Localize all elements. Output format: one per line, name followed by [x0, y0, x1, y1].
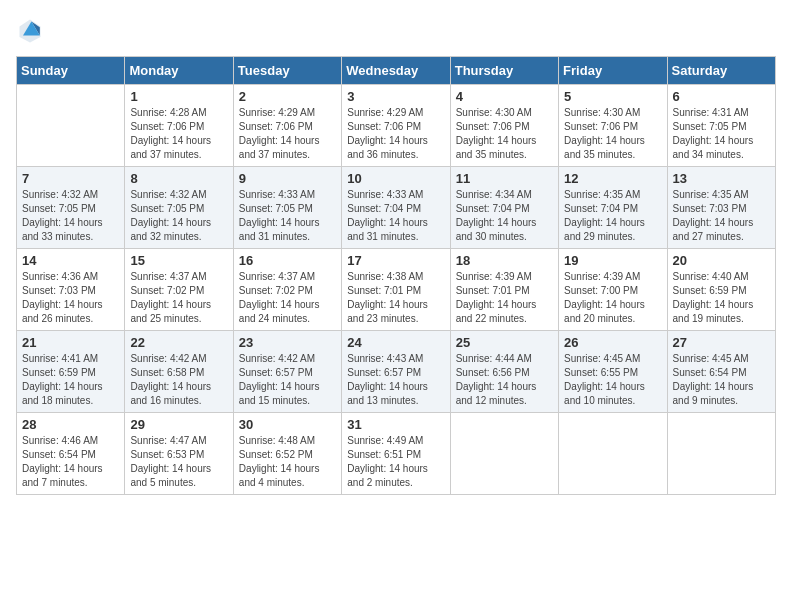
- day-number: 4: [456, 89, 553, 104]
- weekday-header-thursday: Thursday: [450, 57, 558, 85]
- day-number: 16: [239, 253, 336, 268]
- calendar-cell: 5Sunrise: 4:30 AM Sunset: 7:06 PM Daylig…: [559, 85, 667, 167]
- calendar-cell: 24Sunrise: 4:43 AM Sunset: 6:57 PM Dayli…: [342, 331, 450, 413]
- day-number: 19: [564, 253, 661, 268]
- cell-details: Sunrise: 4:30 AM Sunset: 7:06 PM Dayligh…: [564, 106, 661, 162]
- cell-details: Sunrise: 4:35 AM Sunset: 7:03 PM Dayligh…: [673, 188, 770, 244]
- calendar-cell: 30Sunrise: 4:48 AM Sunset: 6:52 PM Dayli…: [233, 413, 341, 495]
- calendar-cell: 25Sunrise: 4:44 AM Sunset: 6:56 PM Dayli…: [450, 331, 558, 413]
- calendar-table: SundayMondayTuesdayWednesdayThursdayFrid…: [16, 56, 776, 495]
- day-number: 25: [456, 335, 553, 350]
- calendar-cell: 21Sunrise: 4:41 AM Sunset: 6:59 PM Dayli…: [17, 331, 125, 413]
- cell-details: Sunrise: 4:39 AM Sunset: 7:01 PM Dayligh…: [456, 270, 553, 326]
- calendar-cell: 23Sunrise: 4:42 AM Sunset: 6:57 PM Dayli…: [233, 331, 341, 413]
- day-number: 6: [673, 89, 770, 104]
- day-number: 21: [22, 335, 119, 350]
- day-number: 13: [673, 171, 770, 186]
- cell-details: Sunrise: 4:29 AM Sunset: 7:06 PM Dayligh…: [347, 106, 444, 162]
- cell-details: Sunrise: 4:30 AM Sunset: 7:06 PM Dayligh…: [456, 106, 553, 162]
- weekday-header-tuesday: Tuesday: [233, 57, 341, 85]
- calendar-cell: 16Sunrise: 4:37 AM Sunset: 7:02 PM Dayli…: [233, 249, 341, 331]
- calendar-cell: 13Sunrise: 4:35 AM Sunset: 7:03 PM Dayli…: [667, 167, 775, 249]
- day-number: 11: [456, 171, 553, 186]
- calendar-cell: 9Sunrise: 4:33 AM Sunset: 7:05 PM Daylig…: [233, 167, 341, 249]
- cell-details: Sunrise: 4:49 AM Sunset: 6:51 PM Dayligh…: [347, 434, 444, 490]
- day-number: 2: [239, 89, 336, 104]
- calendar-week-row: 28Sunrise: 4:46 AM Sunset: 6:54 PM Dayli…: [17, 413, 776, 495]
- cell-details: Sunrise: 4:44 AM Sunset: 6:56 PM Dayligh…: [456, 352, 553, 408]
- day-number: 26: [564, 335, 661, 350]
- calendar-header-row: SundayMondayTuesdayWednesdayThursdayFrid…: [17, 57, 776, 85]
- day-number: 20: [673, 253, 770, 268]
- calendar-week-row: 7Sunrise: 4:32 AM Sunset: 7:05 PM Daylig…: [17, 167, 776, 249]
- cell-details: Sunrise: 4:45 AM Sunset: 6:54 PM Dayligh…: [673, 352, 770, 408]
- cell-details: Sunrise: 4:33 AM Sunset: 7:05 PM Dayligh…: [239, 188, 336, 244]
- cell-details: Sunrise: 4:37 AM Sunset: 7:02 PM Dayligh…: [239, 270, 336, 326]
- cell-details: Sunrise: 4:39 AM Sunset: 7:00 PM Dayligh…: [564, 270, 661, 326]
- day-number: 31: [347, 417, 444, 432]
- calendar-body: 1Sunrise: 4:28 AM Sunset: 7:06 PM Daylig…: [17, 85, 776, 495]
- calendar-cell: 27Sunrise: 4:45 AM Sunset: 6:54 PM Dayli…: [667, 331, 775, 413]
- day-number: 15: [130, 253, 227, 268]
- day-number: 22: [130, 335, 227, 350]
- day-number: 28: [22, 417, 119, 432]
- day-number: 18: [456, 253, 553, 268]
- weekday-header-sunday: Sunday: [17, 57, 125, 85]
- cell-details: Sunrise: 4:33 AM Sunset: 7:04 PM Dayligh…: [347, 188, 444, 244]
- calendar-cell: 2Sunrise: 4:29 AM Sunset: 7:06 PM Daylig…: [233, 85, 341, 167]
- day-number: 1: [130, 89, 227, 104]
- calendar-cell: 31Sunrise: 4:49 AM Sunset: 6:51 PM Dayli…: [342, 413, 450, 495]
- cell-details: Sunrise: 4:37 AM Sunset: 7:02 PM Dayligh…: [130, 270, 227, 326]
- page-header: [16, 16, 776, 44]
- day-number: 5: [564, 89, 661, 104]
- calendar-cell: 17Sunrise: 4:38 AM Sunset: 7:01 PM Dayli…: [342, 249, 450, 331]
- calendar-cell: [17, 85, 125, 167]
- logo-icon: [16, 16, 44, 44]
- calendar-cell: 22Sunrise: 4:42 AM Sunset: 6:58 PM Dayli…: [125, 331, 233, 413]
- calendar-cell: 19Sunrise: 4:39 AM Sunset: 7:00 PM Dayli…: [559, 249, 667, 331]
- cell-details: Sunrise: 4:43 AM Sunset: 6:57 PM Dayligh…: [347, 352, 444, 408]
- weekday-header-saturday: Saturday: [667, 57, 775, 85]
- day-number: 10: [347, 171, 444, 186]
- cell-details: Sunrise: 4:28 AM Sunset: 7:06 PM Dayligh…: [130, 106, 227, 162]
- calendar-cell: [559, 413, 667, 495]
- cell-details: Sunrise: 4:46 AM Sunset: 6:54 PM Dayligh…: [22, 434, 119, 490]
- cell-details: Sunrise: 4:47 AM Sunset: 6:53 PM Dayligh…: [130, 434, 227, 490]
- calendar-cell: 6Sunrise: 4:31 AM Sunset: 7:05 PM Daylig…: [667, 85, 775, 167]
- cell-details: Sunrise: 4:36 AM Sunset: 7:03 PM Dayligh…: [22, 270, 119, 326]
- cell-details: Sunrise: 4:42 AM Sunset: 6:57 PM Dayligh…: [239, 352, 336, 408]
- cell-details: Sunrise: 4:38 AM Sunset: 7:01 PM Dayligh…: [347, 270, 444, 326]
- calendar-cell: 10Sunrise: 4:33 AM Sunset: 7:04 PM Dayli…: [342, 167, 450, 249]
- day-number: 24: [347, 335, 444, 350]
- cell-details: Sunrise: 4:45 AM Sunset: 6:55 PM Dayligh…: [564, 352, 661, 408]
- calendar-week-row: 1Sunrise: 4:28 AM Sunset: 7:06 PM Daylig…: [17, 85, 776, 167]
- calendar-cell: 4Sunrise: 4:30 AM Sunset: 7:06 PM Daylig…: [450, 85, 558, 167]
- weekday-header-friday: Friday: [559, 57, 667, 85]
- cell-details: Sunrise: 4:42 AM Sunset: 6:58 PM Dayligh…: [130, 352, 227, 408]
- cell-details: Sunrise: 4:34 AM Sunset: 7:04 PM Dayligh…: [456, 188, 553, 244]
- day-number: 9: [239, 171, 336, 186]
- day-number: 27: [673, 335, 770, 350]
- logo: [16, 16, 48, 44]
- day-number: 17: [347, 253, 444, 268]
- calendar-week-row: 21Sunrise: 4:41 AM Sunset: 6:59 PM Dayli…: [17, 331, 776, 413]
- cell-details: Sunrise: 4:29 AM Sunset: 7:06 PM Dayligh…: [239, 106, 336, 162]
- calendar-cell: 12Sunrise: 4:35 AM Sunset: 7:04 PM Dayli…: [559, 167, 667, 249]
- day-number: 12: [564, 171, 661, 186]
- calendar-cell: 7Sunrise: 4:32 AM Sunset: 7:05 PM Daylig…: [17, 167, 125, 249]
- calendar-cell: 29Sunrise: 4:47 AM Sunset: 6:53 PM Dayli…: [125, 413, 233, 495]
- day-number: 8: [130, 171, 227, 186]
- calendar-cell: 15Sunrise: 4:37 AM Sunset: 7:02 PM Dayli…: [125, 249, 233, 331]
- cell-details: Sunrise: 4:40 AM Sunset: 6:59 PM Dayligh…: [673, 270, 770, 326]
- calendar-cell: 20Sunrise: 4:40 AM Sunset: 6:59 PM Dayli…: [667, 249, 775, 331]
- cell-details: Sunrise: 4:48 AM Sunset: 6:52 PM Dayligh…: [239, 434, 336, 490]
- calendar-cell: 28Sunrise: 4:46 AM Sunset: 6:54 PM Dayli…: [17, 413, 125, 495]
- day-number: 29: [130, 417, 227, 432]
- day-number: 30: [239, 417, 336, 432]
- calendar-cell: 11Sunrise: 4:34 AM Sunset: 7:04 PM Dayli…: [450, 167, 558, 249]
- cell-details: Sunrise: 4:31 AM Sunset: 7:05 PM Dayligh…: [673, 106, 770, 162]
- calendar-cell: 3Sunrise: 4:29 AM Sunset: 7:06 PM Daylig…: [342, 85, 450, 167]
- calendar-week-row: 14Sunrise: 4:36 AM Sunset: 7:03 PM Dayli…: [17, 249, 776, 331]
- calendar-cell: 14Sunrise: 4:36 AM Sunset: 7:03 PM Dayli…: [17, 249, 125, 331]
- cell-details: Sunrise: 4:32 AM Sunset: 7:05 PM Dayligh…: [22, 188, 119, 244]
